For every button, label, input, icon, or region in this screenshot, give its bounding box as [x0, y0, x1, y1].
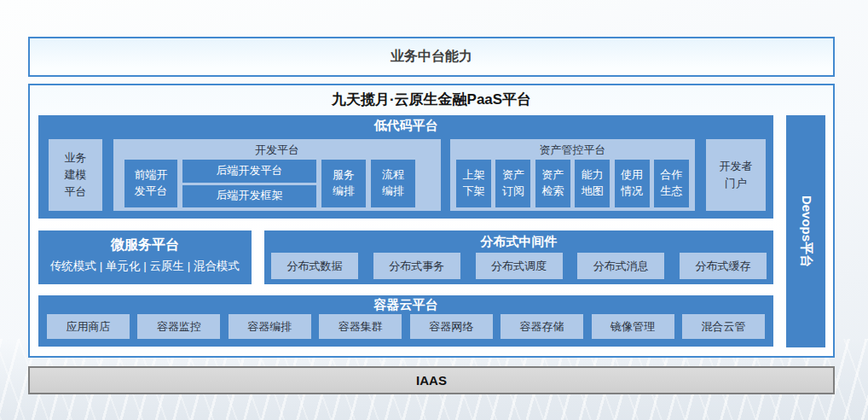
asset-item-subscribe: 资产订阅: [495, 160, 530, 207]
container-item-app-store: 应用商店: [47, 314, 130, 339]
asset-control-row: 上架下架 资产订阅 资产检索 能力地图 使用情况 合作生态: [456, 160, 689, 207]
service-orchestration-box: 服务编排: [321, 160, 366, 207]
asset-control-box: 资产管控平台 上架下架 资产订阅 资产检索 能力地图 使用情况 合作生态: [450, 139, 695, 211]
dev-platform-row: 前端开发平台 后端开发平台 后端开发框架 服务编排 流程编排: [124, 160, 415, 207]
microservice-modes: 传统模式 | 单元化 | 云原生 | 混合模式: [38, 259, 252, 274]
backend-column: 后端开发平台 后端开发框架: [182, 160, 316, 207]
middleware-item-message: 分布式消息: [577, 253, 664, 279]
container-item-network: 容器网络: [410, 314, 493, 339]
frontend-dev-box: 前端开发平台: [124, 160, 177, 207]
iaas-bar: IAAS: [28, 366, 835, 394]
paas-platform-container: 九天揽月·云原生金融PaaS平台 低代码平台 业务建模平台 开发平台 前端开发平…: [28, 84, 835, 358]
container-item-hybrid-cloud: 混合云管: [682, 314, 765, 339]
iaas-label: IAAS: [416, 373, 447, 388]
backend-framework-box: 后端开发框架: [182, 185, 316, 208]
developer-portal-label: 开发者门户: [718, 158, 754, 192]
container-item-cluster: 容器集群: [319, 314, 402, 339]
middleware-row: 分布式数据 分布式事务 分布式调度 分布式消息 分布式缓存: [271, 253, 767, 279]
container-cloud-section: 容器云平台 应用商店 容器监控 容器编排 容器集群 容器网络 容器存储 镜像管理…: [38, 295, 773, 347]
middleware-item-transaction: 分布式事务: [373, 253, 460, 279]
middleware-item-scheduling: 分布式调度: [476, 253, 563, 279]
asset-item-shelf: 上架下架: [456, 160, 491, 207]
distributed-middleware-section: 分布式中间件 分布式数据 分布式事务 分布式调度 分布式消息 分布式缓存: [264, 230, 773, 284]
middleware-item-cache: 分布式缓存: [680, 253, 767, 279]
asset-item-ecosystem: 合作生态: [654, 160, 689, 207]
dev-platform-box: 开发平台 前端开发平台 后端开发平台 后端开发框架 服务编排 流程编排: [113, 139, 441, 211]
business-midplatform-banner: 业务中台能力: [28, 37, 835, 77]
developer-portal-box: 开发者门户: [706, 139, 766, 211]
lowcode-platform-section: 低代码平台 业务建模平台 开发平台 前端开发平台 后端开发平台 后端开发框架 服…: [38, 115, 773, 219]
asset-item-search: 资产检索: [535, 160, 570, 207]
dev-platform-title: 开发平台: [113, 143, 441, 158]
microservice-platform-title: 微服务平台: [38, 236, 252, 254]
devops-platform-label: Devops平台: [798, 195, 814, 267]
microservice-platform-section: 微服务平台 传统模式 | 单元化 | 云原生 | 混合模式: [38, 230, 252, 284]
architecture-diagram: 业务中台能力 九天揽月·云原生金融PaaS平台 低代码平台 业务建模平台 开发平…: [0, 0, 868, 420]
process-orchestration-box: 流程编排: [371, 160, 415, 207]
business-modeling-label: 业务建模平台: [63, 149, 89, 201]
asset-item-usage: 使用情况: [615, 160, 650, 207]
business-modeling-box: 业务建模平台: [49, 139, 102, 211]
container-cloud-row: 应用商店 容器监控 容器编排 容器集群 容器网络 容器存储 镜像管理 混合云管: [47, 314, 765, 339]
container-item-storage: 容器存储: [501, 314, 583, 339]
middleware-item-data: 分布式数据: [271, 253, 358, 279]
distributed-middleware-title: 分布式中间件: [264, 234, 773, 250]
container-item-monitoring: 容器监控: [137, 314, 220, 339]
asset-control-title: 资产管控平台: [450, 143, 695, 158]
backend-platform-box: 后端开发平台: [182, 160, 316, 183]
container-item-orchestration: 容器编排: [229, 314, 311, 339]
platform-title: 九天揽月·云原生金融PaaS平台: [30, 90, 833, 109]
business-midplatform-label: 业务中台能力: [391, 48, 472, 66]
lowcode-platform-title: 低代码平台: [38, 118, 773, 134]
devops-platform-bar: Devops平台: [786, 115, 825, 347]
container-cloud-title: 容器云平台: [38, 297, 773, 313]
asset-item-capability-map: 能力地图: [575, 160, 610, 207]
container-item-image-mgmt: 镜像管理: [592, 314, 674, 339]
